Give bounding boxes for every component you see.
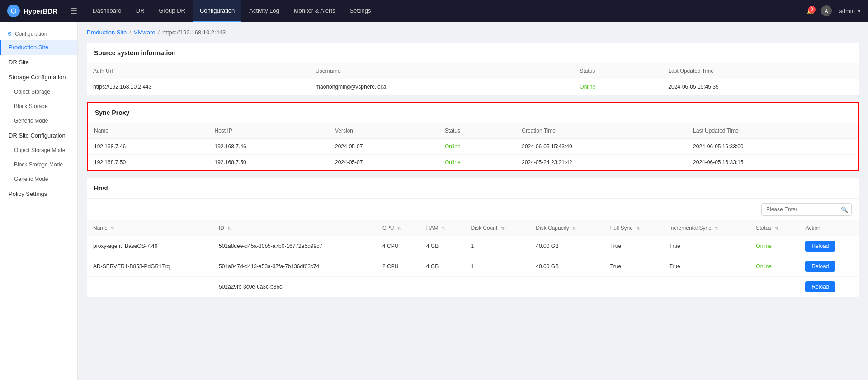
table-row: 501a29fb-3c0e-6a3c-b36c- Reload (87, 277, 859, 297)
col-last-updated: Last Updated Time (662, 63, 859, 79)
host-id-cell: 501a8dee-d45a-30b5-a7b0-16772e5d99c7 (212, 236, 376, 256)
sort-icon[interactable]: ⇅ (397, 226, 401, 231)
source-system-thead: Auth Url Username Status Last Updated Ti… (87, 63, 859, 79)
app-name: HyperBDR (24, 7, 57, 15)
sidebar-item-policy-settings[interactable]: Policy Settings (0, 186, 77, 201)
host-full-sync-cell (604, 277, 663, 297)
sidebar-item-block-storage-mode[interactable]: Block Storage Mode (0, 157, 77, 172)
sync-proxy-card: Sync Proxy Name Host IP Version Status C… (87, 102, 859, 171)
sort-icon[interactable]: ⇅ (442, 226, 445, 231)
host-incremental-sync-cell (663, 277, 750, 297)
sidebar: ⚙ Configuration Production Site DR Site … (0, 22, 78, 380)
sort-icon[interactable]: ⇅ (501, 226, 505, 231)
page-layout: ⚙ Configuration Production Site DR Site … (0, 22, 868, 380)
username-cell: maohongming@vsphere.local (309, 79, 573, 95)
nav-activity-log[interactable]: Activity Log (243, 0, 285, 22)
sort-icon[interactable]: ⇅ (572, 226, 576, 231)
proxy-status-cell: Online (439, 139, 515, 155)
status-badge: Online (756, 243, 772, 249)
sort-icon[interactable]: ⇅ (775, 226, 778, 231)
host-full-sync-cell: True (604, 236, 663, 256)
breadcrumb-url: https://192.168.10.2:443 (162, 29, 226, 36)
proxy-host-ip-cell: 192.168.7.50 (208, 155, 329, 171)
sidebar-item-generic-mode-storage[interactable]: Generic Mode (0, 114, 77, 128)
sort-icon[interactable]: ⇅ (636, 226, 640, 231)
host-name-cell: AD-SERVER1-B853-PdGR17rq (87, 256, 212, 277)
col-auth-url: Auth Url (87, 63, 309, 79)
table-row: proxy-agent_BaseOS-7.46 501a8dee-d45a-30… (87, 236, 859, 256)
sidebar-item-dr-site[interactable]: DR Site (0, 55, 77, 70)
breadcrumb: Production Site / VMware / https://192.1… (87, 29, 859, 36)
source-system-header-row: Auth Url Username Status Last Updated Ti… (87, 63, 859, 79)
col-proxy-status: Status (439, 123, 515, 139)
user-menu[interactable]: admin ▾ (839, 8, 861, 14)
host-header-row: Name ⇅ ID ⇅ CPU ⇅ RAM ⇅ (87, 220, 859, 236)
host-disk-count-cell: 1 (465, 236, 530, 256)
host-id-cell: 501a047d-d413-a53a-37fa-7b136df63c74 (212, 256, 376, 277)
nav-dashboard[interactable]: Dashboard (86, 0, 128, 22)
sidebar-item-production-site[interactable]: Production Site (0, 40, 77, 55)
main-content: Production Site / VMware / https://192.1… (78, 22, 868, 380)
source-system-card: Source system information Auth Url Usern… (87, 43, 859, 95)
sidebar-item-generic-mode-dr[interactable]: Generic Mode (0, 172, 77, 186)
host-card: Host 🔍 Name ⇅ ID ⇅ (87, 178, 859, 297)
host-thead: Name ⇅ ID ⇅ CPU ⇅ RAM ⇅ (87, 220, 859, 236)
col-host-status: Status ⇅ (750, 220, 799, 236)
reload-button[interactable]: Reload (805, 241, 835, 252)
hamburger-menu[interactable]: ☰ (66, 4, 81, 18)
avatar: A (821, 5, 832, 16)
sort-icon[interactable]: ⇅ (111, 226, 114, 231)
sync-proxy-tbody: 192.168.7.46 192.168.7.46 2024-05-07 Onl… (88, 139, 858, 171)
sidebar-item-storage-configuration[interactable]: Storage Configuration (0, 70, 77, 85)
breadcrumb-sep-1: / (129, 29, 131, 36)
breadcrumb-vmware[interactable]: VMware (134, 29, 156, 36)
logo-icon: ⬡ (7, 5, 20, 17)
col-host-incremental-sync: Incremental Sync ⇅ (663, 220, 750, 236)
user-name: admin (839, 8, 855, 14)
sidebar-item-object-storage[interactable]: Object Storage (0, 85, 77, 99)
sync-proxy-header-row: Name Host IP Version Status Creation Tim… (88, 123, 858, 139)
host-action-cell: Reload (799, 256, 859, 277)
status-badge: Online (445, 143, 461, 150)
table-row: AD-SERVER1-B853-PdGR17rq 501a047d-d413-a… (87, 256, 859, 277)
col-host-ram: RAM ⇅ (420, 220, 465, 236)
host-disk-capacity-cell: 40.00 GB (529, 236, 604, 256)
status-badge: Online (756, 263, 772, 270)
search-icon: 🔍 (841, 206, 848, 213)
col-host-action: Action (799, 220, 859, 236)
nav-dr[interactable]: DR (130, 0, 151, 22)
host-title: Host (87, 178, 859, 199)
col-host-disk-capacity: Disk Capacity ⇅ (529, 220, 604, 236)
nav-monitor-alerts[interactable]: Monitor & Alerts (288, 0, 342, 22)
sidebar-item-block-storage[interactable]: Block Storage (0, 99, 77, 114)
sync-proxy-thead: Name Host IP Version Status Creation Tim… (88, 123, 858, 139)
col-proxy-version: Version (329, 123, 439, 139)
sidebar-item-dr-site-configuration[interactable]: DR Site Configuration (0, 128, 77, 143)
sort-icon[interactable]: ⇅ (227, 226, 231, 231)
host-disk-capacity-cell: 40.00 GB (529, 256, 604, 277)
host-incremental-sync-cell: True (663, 256, 750, 277)
status-badge: Online (580, 84, 595, 90)
reload-button[interactable]: Reload (805, 261, 835, 272)
breadcrumb-production-site[interactable]: Production Site (87, 29, 127, 36)
col-proxy-last-updated: Last Updated Time (687, 123, 858, 139)
host-search-bar: 🔍 (87, 199, 859, 220)
sort-icon[interactable]: ⇅ (715, 226, 718, 231)
col-proxy-host-ip: Host IP (208, 123, 329, 139)
table-row: https://192.168.10.2:443 maohongming@vsp… (87, 79, 859, 95)
sidebar-item-object-storage-mode[interactable]: Object Storage Mode (0, 143, 77, 157)
app-logo: ⬡ HyperBDR (7, 5, 57, 17)
host-ram-cell: 4 GB (420, 236, 465, 256)
host-status-cell (750, 277, 799, 297)
reload-button[interactable]: Reload (805, 281, 835, 292)
sidebar-section-label: Configuration (15, 31, 47, 37)
search-input[interactable] (761, 203, 852, 216)
chevron-down-icon: ▾ (858, 8, 861, 14)
host-disk-capacity-cell (529, 277, 604, 297)
notification-bell[interactable]: 🔔 0 (807, 8, 814, 14)
nav-configuration[interactable]: Configuration (193, 0, 241, 22)
nav-settings[interactable]: Settings (344, 0, 377, 22)
nav-group-dr[interactable]: Group DR (152, 0, 192, 22)
col-host-cpu: CPU ⇅ (376, 220, 420, 236)
last-updated-cell: 2024-06-05 15:45:35 (662, 79, 859, 95)
